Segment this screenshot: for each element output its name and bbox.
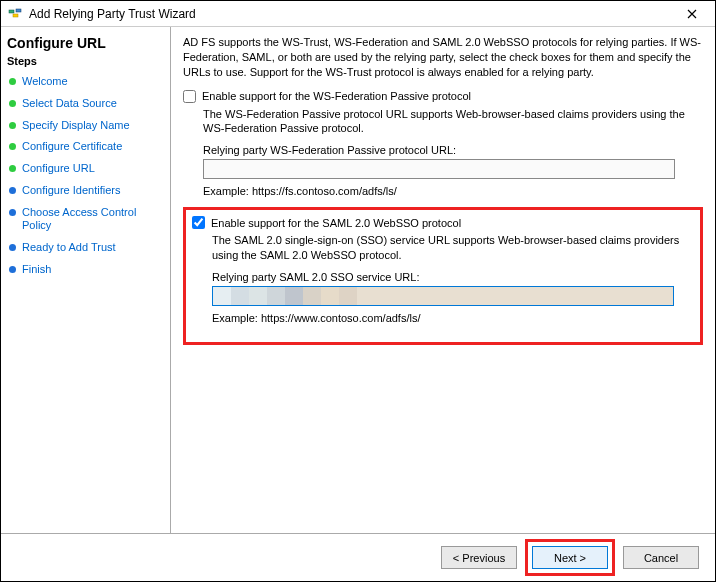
wsfed-url-label: Relying party WS-Federation Passive prot… xyxy=(203,144,703,156)
step-label: Configure URL xyxy=(22,162,95,176)
step-label: Configure Identifiers xyxy=(22,184,120,198)
step-select-data-source[interactable]: Select Data Source xyxy=(7,93,164,115)
step-configure-identifiers[interactable]: Configure Identifiers xyxy=(7,180,164,202)
wsfed-checkbox-label: Enable support for the WS-Federation Pas… xyxy=(202,90,471,102)
step-dot-icon xyxy=(9,187,16,194)
step-label: Welcome xyxy=(22,75,68,89)
saml-url-label: Relying party SAML 2.0 SSO service URL: xyxy=(212,271,694,283)
step-ready-to-add-trust[interactable]: Ready to Add Trust xyxy=(7,237,164,259)
saml-example: Example: https://www.contoso.com/adfs/ls… xyxy=(212,312,694,324)
wsfed-example: Example: https://fs.contoso.com/adfs/ls/ xyxy=(203,185,703,197)
step-label: Ready to Add Trust xyxy=(22,241,116,255)
steps-sidebar: Configure URL Steps WelcomeSelect Data S… xyxy=(1,27,171,543)
wsfed-checkbox-row[interactable]: Enable support for the WS-Federation Pas… xyxy=(183,90,703,103)
step-label: Select Data Source xyxy=(22,97,117,111)
step-dot-icon xyxy=(9,100,16,107)
cancel-button[interactable]: Cancel xyxy=(623,546,699,569)
step-dot-icon xyxy=(9,209,16,216)
steps-heading: Steps xyxy=(7,55,164,67)
step-dot-icon xyxy=(9,143,16,150)
previous-button[interactable]: < Previous xyxy=(441,546,517,569)
page-title: Configure URL xyxy=(7,35,164,51)
wsfed-checkbox[interactable] xyxy=(183,90,196,103)
intro-text: AD FS supports the WS-Trust, WS-Federati… xyxy=(183,35,703,80)
saml-checkbox[interactable] xyxy=(192,216,205,229)
main-panel: AD FS supports the WS-Trust, WS-Federati… xyxy=(171,27,715,543)
svg-rect-1 xyxy=(13,14,18,17)
svg-rect-2 xyxy=(16,9,21,12)
saml-description: The SAML 2.0 single-sign-on (SSO) servic… xyxy=(212,233,694,263)
step-welcome[interactable]: Welcome xyxy=(7,71,164,93)
next-button-highlight: Next > xyxy=(525,539,615,576)
next-button[interactable]: Next > xyxy=(532,546,608,569)
step-dot-icon xyxy=(9,244,16,251)
step-specify-display-name[interactable]: Specify Display Name xyxy=(7,115,164,137)
wsfed-description: The WS-Federation Passive protocol URL s… xyxy=(203,107,703,137)
step-choose-access-control-policy[interactable]: Choose Access Control Policy xyxy=(7,202,164,238)
wsfed-url-input[interactable] xyxy=(203,159,675,179)
step-configure-url[interactable]: Configure URL xyxy=(7,158,164,180)
step-label: Finish xyxy=(22,263,51,277)
app-icon xyxy=(7,6,23,22)
saml-url-input[interactable] xyxy=(212,286,674,306)
step-dot-icon xyxy=(9,165,16,172)
step-label: Choose Access Control Policy xyxy=(22,206,162,234)
step-dot-icon xyxy=(9,266,16,273)
close-button[interactable] xyxy=(675,3,709,25)
step-dot-icon xyxy=(9,78,16,85)
saml-checkbox-label: Enable support for the SAML 2.0 WebSSO p… xyxy=(211,217,461,229)
saml-section-highlight: Enable support for the SAML 2.0 WebSSO p… xyxy=(183,207,703,345)
wsfed-section: Enable support for the WS-Federation Pas… xyxy=(183,90,703,198)
saml-checkbox-row[interactable]: Enable support for the SAML 2.0 WebSSO p… xyxy=(192,216,694,229)
wizard-footer: < Previous Next > Cancel xyxy=(1,533,715,581)
svg-rect-0 xyxy=(9,10,14,13)
step-finish[interactable]: Finish xyxy=(7,259,164,281)
step-label: Configure Certificate xyxy=(22,140,122,154)
window-title: Add Relying Party Trust Wizard xyxy=(29,7,675,21)
titlebar: Add Relying Party Trust Wizard xyxy=(1,1,715,27)
step-label: Specify Display Name xyxy=(22,119,130,133)
step-configure-certificate[interactable]: Configure Certificate xyxy=(7,136,164,158)
step-dot-icon xyxy=(9,122,16,129)
